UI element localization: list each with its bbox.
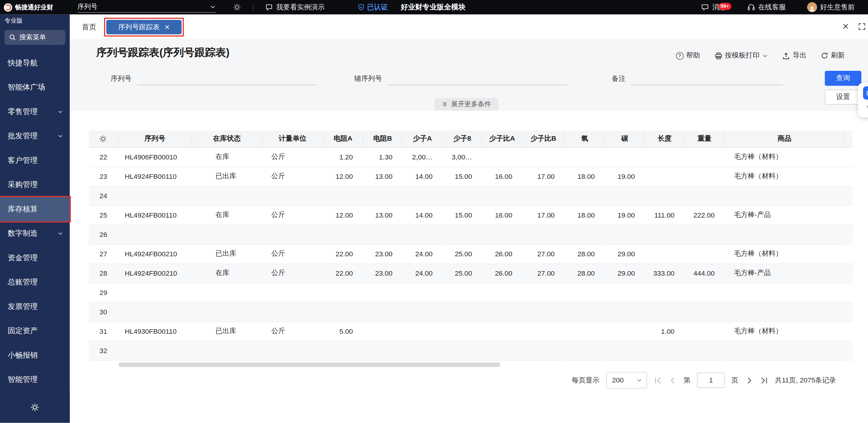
table-row-23[interactable]: 23HL4924FB00110已出库公斤12.0013.0014.0015.00… [89,167,852,186]
cell: 公斤 [262,148,323,167]
refresh-button[interactable]: 刷新 [821,51,845,60]
query-button[interactable]: 查询 [825,71,861,86]
column-header-12[interactable]: 长度 [645,131,685,148]
sidebar-item-2[interactable]: 智能体广场 [0,75,70,100]
sidebar-item-5[interactable]: 客户管理 [0,148,70,172]
sidebar-item-6[interactable]: 采购管理 [0,173,70,197]
column-header-8[interactable]: 少子比A [482,131,522,148]
column-header-5[interactable]: 电阻B [363,131,403,148]
sidebar-search-placeholder: 搜索菜单 [19,33,46,42]
cell [645,225,685,244]
column-header-13[interactable]: 重量 [684,131,724,148]
settings-button[interactable]: 设置 [825,90,861,104]
tab-close-icon[interactable] [164,24,169,30]
sidebar-item-7[interactable]: 库存核算 [0,197,70,221]
sidebar-item-3[interactable]: 零售管理 [0,100,70,124]
sidebar-item-label: 小畅报销 [8,350,38,360]
column-header-15[interactable]: 格型 [844,131,852,148]
remark-input[interactable] [631,73,783,85]
per-page-select[interactable]: 200 [606,372,647,389]
tab-home[interactable]: 首页 [82,22,97,32]
table-row-25[interactable]: 25HL4924FB00110在库公斤12.0013.0014.0015.001… [89,205,852,225]
table-row-27[interactable]: 27HL4924FB00210已出库公斤22.0023.0024.0025.00… [89,244,852,264]
sidebar-item-11[interactable]: 发票管理 [0,294,70,319]
column-header-7[interactable]: 少子8 [442,131,482,148]
horizontal-scrollbar[interactable] [89,362,852,367]
cell [262,341,323,360]
first-page-icon[interactable] [654,376,662,384]
help-button[interactable]: ? 帮助 [676,51,700,60]
prev-page-icon[interactable] [669,376,677,384]
demo-link[interactable]: 我要看实例演示 [265,0,325,14]
table-row-24[interactable]: 24 [89,186,852,205]
horizontal-scrollbar-thumb[interactable] [118,362,500,367]
cell [482,186,522,205]
table-row-26[interactable]: 26 [89,225,852,244]
sidebar-item-10[interactable]: 总账管理 [0,270,70,294]
user-menu[interactable]: 好生意售前 [807,2,855,12]
table-row-22[interactable]: 22HL4906FB00010在库公斤1.201.302,00…3,00…毛方棒… [89,148,852,167]
tab-serial-tracking[interactable]: 序列号跟踪表 [106,20,182,34]
last-page-icon[interactable] [760,376,768,384]
cell: 公斤 [262,322,323,341]
sidebar-item-1[interactable]: 快捷导航 [0,51,70,75]
gear-icon[interactable] [233,3,241,11]
message-icon [701,3,709,11]
print-by-template-button[interactable]: 按模板打印 [714,51,768,60]
column-header-4[interactable]: 电阻A [323,131,363,148]
column-header-3[interactable]: 计量单位 [262,131,323,148]
online-support-label: 在线客服 [758,2,786,12]
table-column-settings-gear-icon[interactable] [89,131,118,148]
sidebar-item-4[interactable]: 批发管理 [0,124,70,148]
cell: 17.00 [522,167,565,186]
cell [482,225,522,244]
export-button[interactable]: 导出 [782,51,807,60]
cell [118,341,192,360]
sidebar-item-12[interactable]: 固定资产 [0,319,70,343]
messages-button[interactable]: 消息 99+ [701,2,726,12]
module-select-dropdown[interactable]: 序列号 [78,1,216,13]
close-icon[interactable] [842,23,849,30]
column-header-6[interactable]: 少子A [403,131,443,148]
next-page-icon[interactable] [745,376,753,384]
page-number-input[interactable] [697,372,724,388]
column-header-10[interactable]: 氧 [565,131,605,148]
expand-more-button[interactable]: 展开更多条件 [435,98,498,111]
cell [262,225,323,244]
filter-serial-label: 序列号 [111,74,132,85]
sidebar-item-13[interactable]: 小畅报销 [0,343,70,367]
cell [724,302,844,322]
aux-serial-input[interactable] [388,73,567,85]
cell [403,186,443,205]
tab-label: 序列号跟踪表 [118,22,160,32]
table-row-32[interactable]: 32 [89,341,852,360]
chevron-down-icon [58,133,63,139]
column-header-2[interactable]: 在库状态 [192,131,262,148]
table-row-30[interactable]: 30 [89,302,852,322]
sidebar-item-14[interactable]: 智能管理 [0,368,70,392]
sidebar-item-9[interactable]: 资金管理 [0,246,70,270]
sidebar-search-input[interactable]: 搜索菜单 [4,30,65,45]
column-header-9[interactable]: 少子比B [522,131,565,148]
fullscreen-icon[interactable] [858,23,866,31]
column-header-11[interactable]: 碳 [605,131,645,148]
expand-more-label: 展开更多条件 [451,100,491,109]
sidebar-item-label: 智能管理 [8,375,38,385]
online-support-button[interactable]: 在线客服 [747,2,786,12]
table-row-28[interactable]: 28HL4924FB00210在库公斤22.0023.0024.0025.002… [89,264,852,283]
cell [482,322,522,341]
assistant-widget[interactable]: 小 [858,83,868,117]
cell: 333.00 [645,264,685,283]
column-header-14[interactable]: 商品 [724,131,844,148]
gear-icon[interactable] [31,403,39,412]
serial-input[interactable] [137,73,317,85]
cell [645,186,685,205]
cell [482,283,522,302]
sidebar-item-8[interactable]: 数字制造 [0,222,70,246]
cell [192,283,262,302]
table-row-29[interactable]: 29 [89,283,852,302]
column-header-1[interactable]: 序列号 [118,131,192,148]
cell [645,244,685,264]
table-row-31[interactable]: 31HL4930FB00110已出库公斤5.001.00毛方棒（材料） [89,322,852,341]
main-area: 首页 序列号跟踪表 序列号跟踪表(序列号跟踪表) ? [70,14,868,423]
